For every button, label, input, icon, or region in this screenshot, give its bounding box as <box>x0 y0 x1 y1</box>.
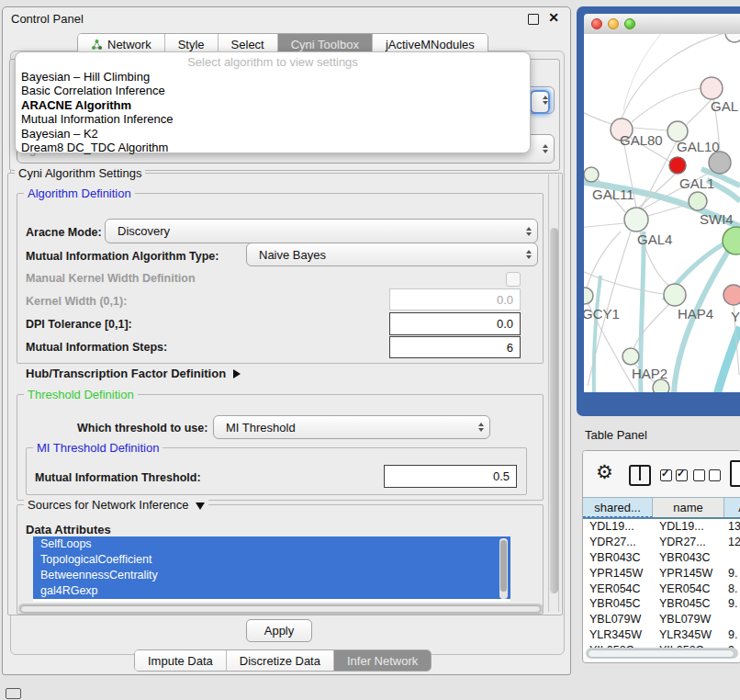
zoom-traffic-light-icon[interactable] <box>624 18 635 29</box>
attributes-scrollbar-thumb[interactable] <box>500 540 507 592</box>
network-node[interactable] <box>723 285 740 305</box>
float-window-icon[interactable] <box>528 14 539 25</box>
algorithm-option[interactable]: Bayesian – K2 <box>16 127 530 141</box>
bottom-tab-discretize-data[interactable]: Discretize Data <box>227 650 334 671</box>
hub-definition-toggle[interactable]: Hub/Transcription Factor Definition <box>26 367 241 380</box>
table-cell: YLR345W <box>653 628 724 641</box>
bottom-tabs: Impute DataDiscretize DataInfer Network <box>134 649 432 672</box>
table-row[interactable]: YPR145WYPR145W9. <box>583 565 740 581</box>
node-label: GAL <box>711 98 738 114</box>
table-cell: YDL19... <box>653 520 724 533</box>
network-node[interactable] <box>669 157 686 174</box>
attribute-item-selected[interactable]: gal4RGexp <box>33 583 510 599</box>
network-node[interactable] <box>689 192 707 210</box>
minimized-panel-icon[interactable] <box>6 688 21 699</box>
attribute-item-selected[interactable]: SelfLoops <box>33 536 510 552</box>
close-icon[interactable]: ✕ <box>548 10 559 25</box>
network-node[interactable] <box>701 77 723 99</box>
mi-steps-label: Mutual Information Steps: <box>26 341 167 354</box>
network-node[interactable] <box>624 208 648 231</box>
table-row[interactable]: YDL19...YDL19...13 <box>583 519 740 535</box>
data-attributes-list[interactable]: SelfLoopsTopologicalCoefficientBetweenne… <box>33 536 510 602</box>
network-node[interactable] <box>584 167 599 182</box>
table-row[interactable]: YDR27...YDR27...12 <box>583 535 740 550</box>
aracne-mode-combo[interactable]: Discovery <box>105 219 538 243</box>
table-cell: YDL19... <box>583 520 653 533</box>
dpi-tolerance-field[interactable]: 0.0 <box>389 312 521 335</box>
table-rows[interactable]: YDL19...YDL19...13YDR27...YDR27...12YBR0… <box>583 519 740 651</box>
algorithm-option[interactable]: Dream8 DC_TDC Algorithm <box>16 141 530 154</box>
mi-steps-field[interactable]: 6 <box>389 336 521 358</box>
algorithm-option[interactable]: Mutual Information Inference <box>16 112 530 126</box>
node-label: GAL10 <box>677 139 720 154</box>
mi-threshold-field[interactable]: 0.5 <box>384 465 517 488</box>
table-cell: YER054C <box>583 582 653 595</box>
node-label: GCY1 <box>584 306 620 322</box>
table-hscrollbar-thumb[interactable] <box>588 649 734 658</box>
network-node[interactable] <box>653 379 669 392</box>
attribute-item-selected[interactable]: TopologicalCoefficient <box>33 552 510 568</box>
mi-type-label: Mutual Information Algorithm Type: <box>26 250 219 263</box>
sources-toggle[interactable]: Sources for Network Inference <box>24 498 208 512</box>
gear-icon[interactable]: ⚙ <box>596 462 613 482</box>
kernel-width-field[interactable]: 0.0 <box>389 288 521 310</box>
mi-type-combo[interactable]: Naive Bayes <box>246 243 538 266</box>
bottom-tab-infer-network[interactable]: Infer Network <box>334 650 431 671</box>
network-canvas[interactable]: GALGAL80GAL10GAL1GAL11SWI4GAL4GCY1HAP4YH… <box>584 34 740 392</box>
network-edge[interactable] <box>594 276 600 392</box>
network-node[interactable] <box>709 152 731 174</box>
manual-kernel-checkbox[interactable] <box>506 272 521 287</box>
network-window-titlebar[interactable] <box>584 14 740 35</box>
tab-label: Style <box>178 38 205 51</box>
network-icon <box>91 39 103 51</box>
close-traffic-light-icon[interactable] <box>591 18 602 29</box>
table-cell: YPR145W <box>653 567 724 580</box>
column-header-A[interactable]: A <box>724 498 740 517</box>
horizontal-scrollbar-thumb[interactable] <box>20 605 541 613</box>
minimize-traffic-light-icon[interactable] <box>608 18 619 29</box>
table-panel: ⚙ shared...nameA YDL19...YDL19...13YDR27… <box>582 450 740 663</box>
table-hscrollbar-track[interactable] <box>586 648 738 659</box>
column-header-name[interactable]: name <box>653 498 724 517</box>
aracne-mode-label: Aracne Mode: <box>26 226 102 239</box>
table-row[interactable]: YER054CYER054C8. <box>583 581 740 596</box>
network-node[interactable] <box>664 284 686 306</box>
network-node[interactable] <box>723 227 740 254</box>
network-edge[interactable] <box>632 88 701 122</box>
column-header-shared[interactable]: shared... <box>583 498 653 517</box>
algorithm-option[interactable]: ARACNE Algorithm <box>16 98 530 112</box>
attribute-item-selected[interactable]: BetweennessCentrality <box>33 568 510 583</box>
table-row[interactable]: YBL079WYBL079W <box>583 612 740 627</box>
bottom-tab-impute-data[interactable]: Impute Data <box>135 650 227 671</box>
settings-scrollbar-thumb[interactable] <box>550 228 558 593</box>
node-label: GAL80 <box>620 132 663 148</box>
network-node[interactable] <box>584 288 593 304</box>
network-edge[interactable] <box>633 128 667 130</box>
select-all-icon[interactable] <box>660 469 688 481</box>
stepper-icon <box>543 96 548 105</box>
table-row[interactable]: YBR045CYBR045C9. <box>583 596 740 612</box>
network-edge[interactable] <box>687 99 712 125</box>
node-label: Y <box>731 309 740 324</box>
settings-group-title: Cyni Algorithm Settings <box>15 166 145 180</box>
mi-type-value: Naive Bayes <box>259 248 326 262</box>
algorithm-option[interactable]: Basic Correlation Inference <box>16 84 530 97</box>
table-row[interactable]: YBR043CYBR043C <box>583 550 740 566</box>
network-edge[interactable] <box>584 223 624 228</box>
apply-button[interactable]: Apply <box>246 619 312 642</box>
table-row[interactable]: YLR345WYLR345W9. <box>583 627 740 643</box>
table-cell: 13 <box>724 520 740 533</box>
network-edge[interactable] <box>623 34 661 110</box>
split-columns-icon[interactable] <box>629 465 651 486</box>
network-node[interactable] <box>622 348 639 365</box>
which-threshold-label: Which threshold to use: <box>77 422 207 435</box>
network-edge[interactable] <box>648 204 690 216</box>
network-node[interactable] <box>725 34 740 42</box>
algorithm-option[interactable]: Bayesian – Hill Climbing <box>16 70 530 84</box>
which-threshold-combo[interactable]: MI Threshold <box>213 415 490 439</box>
table-cell: 9. <box>724 597 740 610</box>
export-table-icon[interactable] <box>730 460 740 487</box>
deselect-all-icon[interactable] <box>693 469 721 481</box>
network-edge[interactable] <box>584 268 664 294</box>
network-edge[interactable] <box>584 108 611 124</box>
